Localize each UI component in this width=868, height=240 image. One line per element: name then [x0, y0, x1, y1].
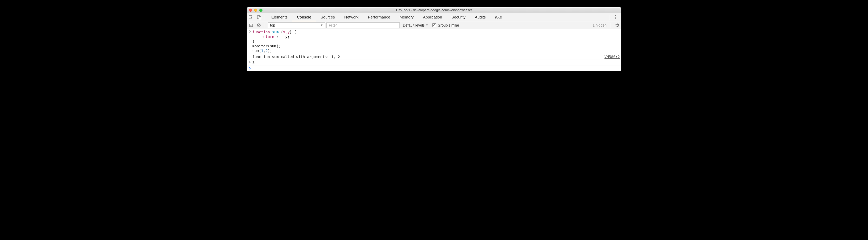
tab-application[interactable]: Application [418, 13, 447, 21]
hidden-count[interactable]: 1 hidden [592, 23, 607, 27]
device-toolbar-icon[interactable] [255, 13, 263, 21]
console-prompt-row[interactable] [247, 66, 621, 71]
chevron-down-icon: ▼ [426, 24, 428, 27]
console-log-row: function sum called with arguments: 1, 2… [247, 54, 621, 60]
window-titlebar: DevTools - developers.google.com/web/sho… [247, 7, 621, 13]
context-label: top [270, 23, 275, 27]
close-window-button[interactable] [249, 8, 252, 12]
tab-label: Console [297, 15, 311, 19]
tab-label: aXe [495, 15, 502, 19]
separator [265, 23, 265, 28]
result-icon [248, 60, 252, 65]
tab-label: Memory [400, 15, 414, 19]
log-gutter [248, 54, 252, 59]
result-value: 3 [252, 60, 620, 65]
console-input-row[interactable]: function sum (x,y) { return x + y; } mon… [247, 29, 621, 54]
tab-sources[interactable]: Sources [316, 13, 340, 21]
tab-axe[interactable]: aXe [490, 13, 507, 21]
log-levels-select[interactable]: Default levels ▼ [401, 22, 429, 28]
separator [610, 15, 610, 20]
svg-point-5 [615, 18, 616, 19]
checkbox-icon: ✓ [432, 23, 436, 27]
settings-icon[interactable] [614, 21, 620, 29]
tab-elements[interactable]: Elements [267, 13, 292, 21]
more-options-icon[interactable] [612, 13, 620, 21]
tab-label: Sources [321, 15, 335, 19]
levels-label: Default levels [403, 23, 425, 27]
tab-console[interactable]: Console [292, 13, 316, 21]
tab-label: Network [344, 15, 359, 19]
svg-point-4 [615, 17, 616, 18]
prompt-icon [248, 66, 252, 71]
tab-label: Performance [368, 15, 390, 19]
devtools-window: DevTools - developers.google.com/web/sho… [247, 7, 621, 71]
tab-audits[interactable]: Audits [470, 13, 490, 21]
svg-point-9 [250, 62, 251, 62]
log-source-link[interactable]: VM580:2 [599, 54, 620, 59]
chevron-down-icon: ▼ [320, 24, 323, 27]
tab-label: Elements [271, 15, 288, 19]
input-prompt-icon [248, 30, 252, 53]
show-sidebar-icon[interactable] [248, 21, 254, 29]
input-code: function sum (x,y) { return x + y; } mon… [252, 30, 620, 53]
tab-security[interactable]: Security [447, 13, 470, 21]
clear-console-icon[interactable] [255, 21, 262, 29]
group-similar-checkbox[interactable]: ✓ Group similar [432, 23, 459, 27]
prompt-input[interactable] [252, 66, 620, 71]
panel-tabs-bar: Elements Console Sources Network Perform… [247, 13, 621, 21]
tab-label: Security [452, 15, 465, 19]
maximize-window-button[interactable] [259, 8, 262, 12]
tab-label: Audits [475, 15, 486, 19]
minimize-window-button[interactable] [254, 8, 257, 12]
console-body: function sum (x,y) { return x + y; } mon… [247, 29, 621, 71]
tab-network[interactable]: Network [340, 13, 363, 21]
svg-line-8 [258, 24, 260, 26]
svg-point-3 [615, 15, 616, 16]
inspect-element-icon[interactable] [247, 13, 255, 21]
console-toolbar: top ▼ Default levels ▼ ✓ Group similar 1… [247, 21, 621, 29]
log-message: function sum called with arguments: 1, 2 [252, 54, 599, 59]
tab-memory[interactable]: Memory [395, 13, 418, 21]
console-result-row: 3 [247, 60, 621, 66]
group-similar-label: Group similar [438, 23, 459, 27]
filter-input[interactable] [327, 22, 400, 28]
svg-rect-2 [259, 17, 261, 19]
traffic-lights [247, 8, 262, 12]
panel-tabs: Elements Console Sources Network Perform… [267, 13, 507, 21]
window-title: DevTools - developers.google.com/web/sho… [247, 8, 621, 12]
separator [611, 23, 611, 28]
separator [265, 15, 265, 20]
tab-performance[interactable]: Performance [363, 13, 395, 21]
tab-label: Application [423, 15, 442, 19]
context-select[interactable]: top ▼ [268, 22, 326, 28]
